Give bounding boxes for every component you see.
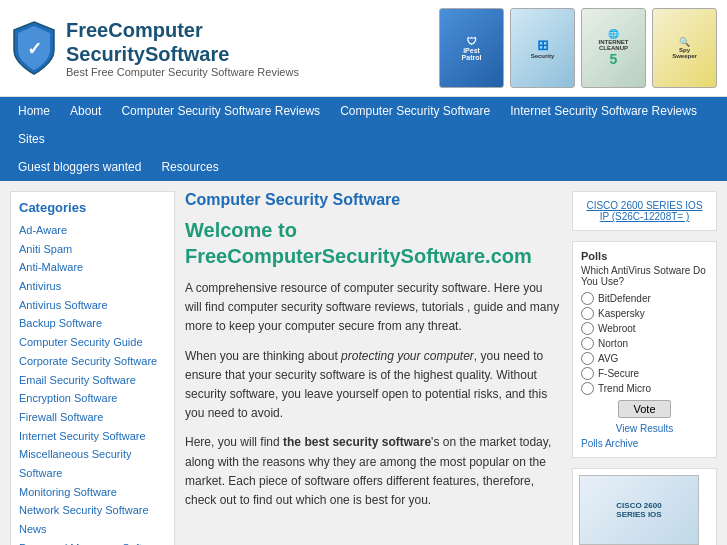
list-item[interactable]: Computer Security Guide — [19, 333, 166, 352]
polls-label: Polls — [581, 250, 708, 262]
nav-item-resources[interactable]: Resources — [151, 153, 228, 181]
nav-item-internet-reviews[interactable]: Internet Security Software Reviews — [500, 97, 707, 125]
product-internet-cleanup: 🌐 INTERNETCLEANUP5 — [581, 8, 646, 88]
polls-archive-link[interactable]: Polls Archive — [581, 438, 708, 449]
nav-link-software[interactable]: Computer Security Software — [330, 97, 500, 125]
category-link[interactable]: Ad-Aware — [19, 221, 166, 240]
list-item[interactable]: Password Managers Software — [19, 539, 166, 545]
nav-link-sites[interactable]: Sites — [8, 125, 55, 153]
list-item[interactable]: Internet Security Software — [19, 427, 166, 446]
cisco-top-link[interactable]: CISCO 2600 SERIES IOS IP (S26C-12208T= ) — [586, 200, 702, 222]
nav-link-resources[interactable]: Resources — [151, 153, 228, 181]
category-link[interactable]: Backup Software — [19, 314, 166, 333]
list-item[interactable]: Corporate Security Software — [19, 352, 166, 371]
welcome-heading: Welcome to FreeComputerSecuritySoftware.… — [185, 217, 562, 269]
logo-text: FreeComputer SecuritySoftware Best Free … — [66, 18, 299, 78]
cisco-bottom-image: CISCO 2600 SERIES IOS — [579, 475, 699, 545]
svg-text:✓: ✓ — [27, 39, 42, 59]
category-link[interactable]: Computer Security Guide — [19, 333, 166, 352]
label-avg: AVG — [598, 353, 618, 364]
category-link[interactable]: Internet Security Software — [19, 427, 166, 446]
label-bitdefender: BitDefender — [598, 293, 651, 304]
logo-security: Security — [66, 43, 145, 65]
paragraph-3-bold: the best security software — [283, 435, 431, 449]
radio-bitdefender[interactable] — [581, 292, 594, 305]
list-item[interactable]: Antivirus — [19, 277, 166, 296]
vote-button[interactable]: Vote — [618, 400, 670, 418]
nav-item-about[interactable]: About — [60, 97, 111, 125]
list-item[interactable]: Anti-Malware — [19, 258, 166, 277]
radio-norton[interactable] — [581, 337, 594, 350]
nav-item-reviews[interactable]: Computer Security Software Reviews — [111, 97, 330, 125]
list-item[interactable]: Miscellaneous Security Software — [19, 445, 166, 482]
nav-item-guest[interactable]: Guest bloggers wanted — [8, 153, 151, 181]
list-item[interactable]: Network Security Software — [19, 501, 166, 520]
poll-option-webroot[interactable]: Webroot — [581, 322, 708, 335]
category-link[interactable]: Miscellaneous Security Software — [19, 445, 166, 482]
nav-item-software[interactable]: Computer Security Software — [330, 97, 500, 125]
list-item[interactable]: Email Security Software — [19, 371, 166, 390]
category-link[interactable]: Firewall Software — [19, 408, 166, 427]
cisco-bottom-box[interactable]: CISCO 2600 SERIES IOS — [572, 468, 717, 545]
category-link[interactable]: Monitoring Software — [19, 483, 166, 502]
category-link[interactable]: Aniti Spam — [19, 240, 166, 259]
poll-option-bitdefender[interactable]: BitDefender — [581, 292, 708, 305]
categories-box: Categories Ad-Aware Aniti Spam Anti-Malw… — [10, 191, 175, 545]
list-item[interactable]: Firewall Software — [19, 408, 166, 427]
paragraph-1: A comprehensive resource of computer sec… — [185, 279, 562, 337]
paragraph-2: When you are thinking about protecting y… — [185, 347, 562, 424]
nav-link-home[interactable]: Home — [8, 97, 60, 125]
list-item[interactable]: Encryption Software — [19, 389, 166, 408]
logo-shield-icon: ✓ — [10, 20, 58, 76]
category-link[interactable]: Email Security Software — [19, 371, 166, 390]
list-item[interactable]: Monitoring Software — [19, 483, 166, 502]
label-trendmicro: Trend Micro — [598, 383, 651, 394]
product-windows: ⊞ Security — [510, 8, 575, 88]
right-sidebar: CISCO 2600 SERIES IOS IP (S26C-12208T= )… — [572, 191, 717, 545]
category-link[interactable]: Corporate Security Software — [19, 352, 166, 371]
nav-link-internet-reviews[interactable]: Internet Security Software Reviews — [500, 97, 707, 125]
radio-avg[interactable] — [581, 352, 594, 365]
category-link[interactable]: Encryption Software — [19, 389, 166, 408]
list-item[interactable]: Aniti Spam — [19, 240, 166, 259]
list-item[interactable]: Antivirus Software — [19, 296, 166, 315]
poll-option-norton[interactable]: Norton — [581, 337, 708, 350]
radio-webroot[interactable] — [581, 322, 594, 335]
category-link[interactable]: Network Security Software — [19, 501, 166, 520]
poll-option-kaspersky[interactable]: Kaspersky — [581, 307, 708, 320]
category-link[interactable]: Anti-Malware — [19, 258, 166, 277]
logo-free: Free — [66, 19, 108, 41]
view-results-link[interactable]: View Results — [581, 423, 708, 434]
nav-item-home[interactable]: Home — [8, 97, 60, 125]
paragraph-3: Here, you will find the best security so… — [185, 433, 562, 510]
header-products: 🛡 iPestPatrol ⊞ Security 🌐 INTERNETCLEAN… — [439, 8, 717, 88]
logo-computer: Computer — [108, 19, 202, 41]
nav-link-reviews[interactable]: Computer Security Software Reviews — [111, 97, 330, 125]
category-link[interactable]: Password Managers Software — [19, 539, 166, 545]
category-link[interactable]: Antivirus — [19, 277, 166, 296]
categories-list: Ad-Aware Aniti Spam Anti-Malware Antivir… — [19, 221, 166, 545]
nav-link-about[interactable]: About — [60, 97, 111, 125]
logo-software-title: Software — [145, 43, 229, 65]
category-link[interactable]: News — [19, 520, 166, 539]
nav-link-guest[interactable]: Guest bloggers wanted — [8, 153, 151, 181]
left-sidebar: Categories Ad-Aware Aniti Spam Anti-Malw… — [10, 191, 175, 545]
product-pestpatrol: 🛡 iPestPatrol — [439, 8, 504, 88]
list-item[interactable]: News — [19, 520, 166, 539]
nav-secondary: Guest bloggers wanted Resources — [0, 153, 727, 181]
poll-option-fsecure[interactable]: F-Secure — [581, 367, 708, 380]
poll-option-avg[interactable]: AVG — [581, 352, 708, 365]
header: ✓ FreeComputer SecuritySoftware Best Fre… — [0, 0, 727, 97]
logo-area: ✓ FreeComputer SecuritySoftware Best Fre… — [10, 18, 299, 78]
radio-kaspersky[interactable] — [581, 307, 594, 320]
poll-option-trendmicro[interactable]: Trend Micro — [581, 382, 708, 395]
radio-trendmicro[interactable] — [581, 382, 594, 395]
cisco-top-box[interactable]: CISCO 2600 SERIES IOS IP (S26C-12208T= ) — [572, 191, 717, 231]
page-title: Computer Security Software — [185, 191, 562, 209]
category-link[interactable]: Antivirus Software — [19, 296, 166, 315]
nav-item-sites[interactable]: Sites — [8, 125, 55, 153]
list-item[interactable]: Backup Software — [19, 314, 166, 333]
list-item[interactable]: Ad-Aware — [19, 221, 166, 240]
radio-fsecure[interactable] — [581, 367, 594, 380]
product-spy-sweeper: 🔍 SpySweeper — [652, 8, 717, 88]
